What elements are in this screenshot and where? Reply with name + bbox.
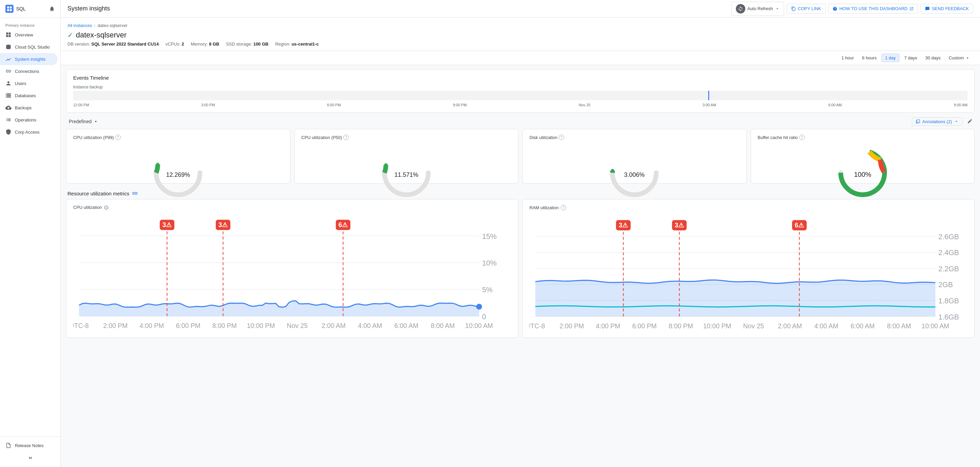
sidebar-item-overview[interactable]: Overview [0, 29, 58, 41]
sidebar-item-connections[interactable]: Connections [0, 65, 58, 77]
time-btn-1hour[interactable]: 1 hour [838, 54, 857, 62]
predefined-dropdown-button[interactable]: Predefined [66, 117, 101, 126]
svg-rect-0 [7, 6, 9, 8]
svg-text:3⚠: 3⚠ [162, 221, 172, 228]
auto-refresh-label: Auto Refresh [747, 6, 773, 11]
help-icon-2[interactable]: ? [559, 135, 564, 140]
svg-text:3⚠: 3⚠ [675, 222, 684, 229]
timeline-track [73, 91, 967, 100]
auto-refresh-button[interactable]: Auto Refresh [732, 2, 784, 16]
how-to-use-label: HOW TO USE THIS DASHBOARD [839, 6, 907, 11]
edit-button[interactable] [965, 117, 975, 126]
svg-text:8:00 AM: 8:00 AM [887, 322, 911, 330]
svg-text:8:00 AM: 8:00 AM [431, 322, 455, 329]
gauge-title-3: Buffer cache hit ratio ? [758, 135, 805, 140]
gauge-card-1: CPU utilization (P50) ? 11.571% [294, 129, 519, 183]
time-btn-30days[interactable]: 30 days [922, 54, 944, 62]
gauge-container-2: 3.006% [530, 144, 740, 178]
chart-card-ram: RAM utilization ? 3⚠ 3⚠ 6⚠ 2.6GB2.4GB2.2… [522, 199, 975, 338]
svg-text:2:00 PM: 2:00 PM [103, 322, 128, 329]
gauge-value-text-3: 100% [854, 171, 871, 178]
help-icon-3[interactable]: ? [799, 135, 805, 140]
gauge-needle-2 [611, 169, 614, 172]
charts-row: CPU utilization 3⚠ 3⚠ 6⚠ 15%10%5%0 UTC-8… [66, 199, 975, 338]
svg-text:2GB: 2GB [938, 281, 953, 289]
sidebar: SQL Primary instance Overview Cloud SQL … [0, 0, 61, 467]
svg-text:0: 0 [482, 312, 486, 321]
svg-text:4:00 AM: 4:00 AM [358, 322, 382, 329]
svg-text:6:00 AM: 6:00 AM [394, 322, 418, 329]
help-icon-0[interactable]: ? [115, 135, 121, 140]
gauge-needle-0 [156, 163, 159, 166]
sidebar-item-cloud-sql-studio[interactable]: Cloud SQL Studio [0, 41, 58, 53]
db-version-meta: DB version: SQL Server 2022 Standard CU1… [67, 41, 159, 46]
time-btn-custom[interactable]: Custom [945, 54, 973, 62]
gauge-card-3: Buffer cache hit ratio ? 100% [751, 129, 975, 183]
time-btn-1day[interactable]: 1 day [881, 54, 900, 62]
ram-help-icon[interactable]: ? [561, 205, 566, 210]
gauge-svg-0: 12.269% [148, 144, 208, 178]
svg-text:6⚠: 6⚠ [794, 222, 804, 229]
help-circle-icon [833, 6, 837, 11]
sidebar-item-backups[interactable]: Backups [0, 102, 58, 114]
sidebar-item-users[interactable]: Users [0, 77, 58, 89]
svg-text:4:00 AM: 4:00 AM [814, 322, 838, 330]
copy-link-button[interactable]: COPY LINK [787, 4, 826, 13]
send-feedback-button[interactable]: SEND FEEDBACK [921, 4, 973, 13]
memory-value: 8 GB [209, 41, 219, 46]
sidebar-item-release-notes[interactable]: Release Notes [0, 439, 58, 451]
gauge-title-1: CPU utilization (P50) ? [301, 135, 349, 140]
vcpus-value: 2 [181, 41, 184, 46]
gauge-svg-2: 3.006% [604, 144, 665, 178]
app-name: SQL [16, 6, 25, 11]
chart-title-cpu: CPU utilization [73, 205, 511, 210]
backup-icon [5, 105, 11, 111]
chart-wrap-cpu: 3⚠ 3⚠ 6⚠ 15%10%5%0 UTC-82:00 PM4:00 PM6:… [73, 214, 511, 332]
resource-link-icon[interactable] [132, 190, 138, 196]
dropdown-icon [775, 6, 780, 11]
svg-text:UTC-8: UTC-8 [73, 322, 89, 329]
svg-text:2:00 AM: 2:00 AM [778, 322, 802, 330]
sidebar-item-label: Backups [15, 105, 32, 110]
sidebar-item-operations[interactable]: Operations [0, 114, 58, 126]
external-link-icon [910, 7, 913, 11]
svg-rect-1 [10, 6, 12, 8]
x-label-6: 6:00 AM [828, 103, 842, 107]
svg-text:8:00 PM: 8:00 PM [212, 322, 237, 329]
how-to-use-button[interactable]: HOW TO USE THIS DASHBOARD [828, 4, 918, 13]
time-btn-6hours[interactable]: 6 hours [859, 54, 880, 62]
annotations-dropdown-icon [954, 119, 959, 124]
sidebar-collapse-button[interactable] [0, 451, 60, 464]
storage-meta: SSD storage: 100 GB [226, 41, 269, 46]
chart-wrap-ram: 3⚠ 3⚠ 6⚠ 2.6GB2.4GB2.2GB2GB1.8GB1.6GB UT… [530, 214, 967, 332]
help-icon-1[interactable]: ? [343, 135, 349, 140]
sidebar-item-databases[interactable]: Databases [0, 89, 58, 102]
chart-title-ram: RAM utilization ? [530, 205, 967, 210]
annotations-button[interactable]: Annotations (2) [912, 118, 963, 126]
annotation-icon [916, 119, 920, 124]
svg-text:6:00 AM: 6:00 AM [851, 322, 875, 330]
gauge-value-text-2: 3.006% [624, 171, 645, 178]
endpoint-dot [476, 304, 482, 309]
gauge-value-text-0: 12.269% [166, 171, 190, 178]
gauge-card-2: Disk utilization ? 3.006% [522, 129, 747, 183]
release-notes-label: Release Notes [15, 443, 43, 448]
sidebar-item-system-insights[interactable]: System insights [0, 53, 58, 65]
svg-text:1.6GB: 1.6GB [938, 313, 959, 321]
list-icon [5, 117, 11, 123]
region-meta: Region: us-central1-c [275, 41, 319, 46]
bell-icon[interactable] [49, 6, 55, 12]
predefined-dropdown-icon [93, 119, 99, 124]
custom-dropdown-icon [965, 56, 970, 61]
events-timeline-card: Events Timeline Instance backup 12:00 PM… [66, 69, 975, 113]
svg-text:10:00 AM: 10:00 AM [922, 322, 949, 330]
gauge-needle-1 [384, 163, 388, 167]
gauge-svg-3: 100% [832, 144, 893, 178]
svg-text:8:00 PM: 8:00 PM [668, 322, 693, 330]
shield-icon [5, 129, 11, 135]
region-value: us-central1-c [291, 41, 319, 46]
time-btn-7days[interactable]: 7 days [901, 54, 920, 62]
instance-meta: DB version: SQL Server 2022 Standard CU1… [67, 41, 973, 46]
all-instances-link[interactable]: All instances [67, 23, 92, 28]
sidebar-item-corp-access[interactable]: Corp Access [0, 126, 58, 138]
